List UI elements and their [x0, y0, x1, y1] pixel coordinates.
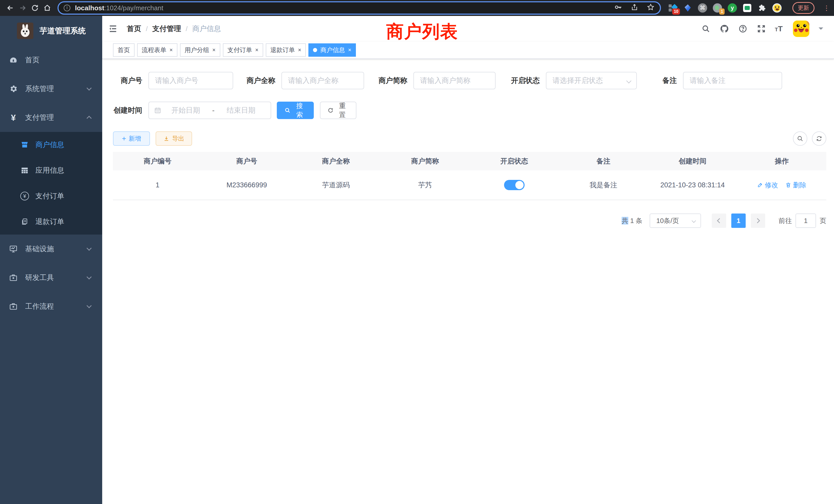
avatar-caret-icon[interactable]: [818, 27, 823, 32]
extension-chat-icon[interactable]: [743, 3, 752, 13]
col-full-name: 商户全称: [291, 157, 380, 166]
active-dot: [313, 48, 317, 52]
chrome-update-button[interactable]: 更新: [792, 2, 814, 14]
user-avatar[interactable]: [793, 21, 809, 37]
reset-button[interactable]: 重置: [320, 101, 356, 119]
cell-remark: 我是备注: [559, 180, 648, 190]
short-name-label: 商户简称: [377, 76, 407, 86]
remark-input[interactable]: [683, 72, 782, 89]
sidebar-item-home[interactable]: 首页: [0, 46, 102, 74]
breadcrumb-separator: /: [146, 25, 148, 33]
tab-merchant-info[interactable]: 商户信息×: [308, 43, 356, 57]
sidebar-item-infrastructure[interactable]: 基础设施: [0, 234, 102, 263]
bookmark-star-icon[interactable]: [646, 3, 655, 13]
short-name-input[interactable]: [413, 72, 496, 89]
close-icon[interactable]: ×: [255, 47, 259, 53]
col-remark: 备注: [559, 157, 648, 166]
sidebar-item-label: 首页: [25, 55, 40, 65]
extension-recorder-icon[interactable]: 1: [713, 3, 722, 13]
sidebar-item-refund-order[interactable]: 退款订单: [0, 209, 102, 234]
breadcrumb-home[interactable]: 首页: [127, 24, 141, 33]
sidebar-item-system[interactable]: 系统管理: [0, 74, 102, 103]
date-range-picker[interactable]: 开始日期 - 结束日期: [148, 101, 271, 119]
add-button[interactable]: + 新增: [113, 131, 150, 146]
help-icon[interactable]: [738, 24, 748, 34]
sidebar-item-pay-order[interactable]: ¥ 支付订单: [0, 183, 102, 209]
monitor-chart-icon: [8, 245, 19, 253]
github-icon[interactable]: [719, 24, 729, 34]
password-key-icon[interactable]: [614, 3, 622, 13]
briefcase-icon: [8, 273, 19, 282]
extension-blue-diamond-icon[interactable]: 10: [668, 3, 677, 13]
calendar-icon: [154, 107, 161, 114]
tab-pay-order[interactable]: 支付订单×: [223, 43, 263, 57]
chevron-down-icon: [87, 246, 92, 251]
sidebar-item-workflow[interactable]: 工作流程: [0, 292, 102, 321]
sidebar-logo-row[interactable]: 芋道管理系统: [0, 16, 102, 46]
browser-forward-icon[interactable]: [17, 2, 29, 14]
export-button[interactable]: 导出: [156, 131, 192, 146]
edit-link[interactable]: 修改: [757, 181, 778, 190]
browser-menu-icon[interactable]: ⋮: [823, 4, 830, 12]
search-icon[interactable]: [701, 24, 711, 34]
breadcrumb-payment[interactable]: 支付管理: [152, 24, 181, 33]
profile-avatar-icon[interactable]: [772, 3, 782, 13]
breadcrumb-current: 商户信息: [192, 24, 221, 33]
yen-circle-icon: ¥: [20, 192, 29, 201]
close-icon[interactable]: ×: [298, 47, 302, 53]
close-icon[interactable]: ×: [212, 47, 216, 53]
extension-y-icon[interactable]: y: [728, 3, 737, 13]
goto-page-input[interactable]: [795, 213, 816, 228]
full-name-label: 商户全称: [245, 76, 275, 86]
fullscreen-icon[interactable]: [756, 24, 766, 34]
tab-refund-order[interactable]: 退款订单×: [266, 43, 306, 57]
grid-icon: [20, 166, 29, 175]
sidebar-collapse-icon[interactable]: [107, 23, 118, 35]
create-time-label: 创建时间: [113, 106, 142, 115]
col-merchant-id: 商户编号: [113, 157, 202, 166]
merchant-no-input[interactable]: [148, 72, 233, 89]
close-icon[interactable]: ×: [348, 47, 351, 53]
browser-back-icon[interactable]: [4, 2, 17, 14]
extension-command-icon[interactable]: ⌘: [698, 3, 707, 13]
cell-merchant-id: 1: [113, 181, 202, 189]
sidebar-item-payment[interactable]: ¥ 支付管理: [0, 103, 102, 132]
sidebar-item-merchant-info[interactable]: 商户信息: [0, 132, 102, 158]
address-bar[interactable]: i localhost:1024/pay/merchant: [58, 1, 661, 15]
delete-link[interactable]: 删除: [785, 181, 806, 190]
extension-badge: 1: [719, 8, 725, 15]
share-icon[interactable]: [631, 3, 638, 13]
tab-home[interactable]: 首页: [113, 43, 135, 57]
extension-kite-icon[interactable]: [683, 3, 692, 13]
payment-submenu: 商户信息 应用信息 ¥ 支付订单 退款订单: [0, 132, 102, 234]
search-button[interactable]: 搜索: [277, 101, 314, 119]
col-create-time: 创建时间: [648, 157, 737, 166]
browser-reload-icon[interactable]: [29, 2, 41, 14]
prev-page-button[interactable]: [712, 213, 726, 228]
sidebar-item-label: 支付订单: [36, 191, 64, 201]
browser-toolbar: i localhost:1024/pay/merchant 10: [0, 0, 834, 16]
sidebar-item-dev-tools[interactable]: 研发工具: [0, 263, 102, 292]
pagination-total: 共 1 条: [622, 216, 642, 225]
chevron-down-icon: [87, 86, 92, 91]
shop-icon: [20, 141, 29, 149]
tab-user-group[interactable]: 用户分组×: [180, 43, 220, 57]
extensions-puzzle-icon[interactable]: [758, 3, 767, 13]
show-search-toggle-button[interactable]: [793, 131, 807, 146]
navbar-actions: TT: [701, 21, 823, 37]
refresh-button[interactable]: [812, 131, 826, 146]
status-select[interactable]: 请选择开启状态: [546, 72, 637, 89]
browser-home-icon[interactable]: [41, 2, 53, 14]
next-page-button[interactable]: [751, 213, 765, 228]
tab-process-form[interactable]: 流程表单×: [137, 43, 177, 57]
status-toggle[interactable]: [504, 180, 525, 190]
chevron-down-icon: [87, 303, 92, 308]
sidebar-item-app-info[interactable]: 应用信息: [0, 158, 102, 183]
page-size-select[interactable]: 10条/页: [650, 213, 701, 228]
font-size-icon[interactable]: TT: [775, 24, 783, 33]
page-number-1[interactable]: 1: [731, 213, 746, 228]
app-title: 芋道管理系统: [40, 26, 86, 36]
page-info-icon[interactable]: i: [64, 5, 70, 11]
full-name-input[interactable]: [281, 72, 364, 89]
close-icon[interactable]: ×: [170, 47, 173, 53]
